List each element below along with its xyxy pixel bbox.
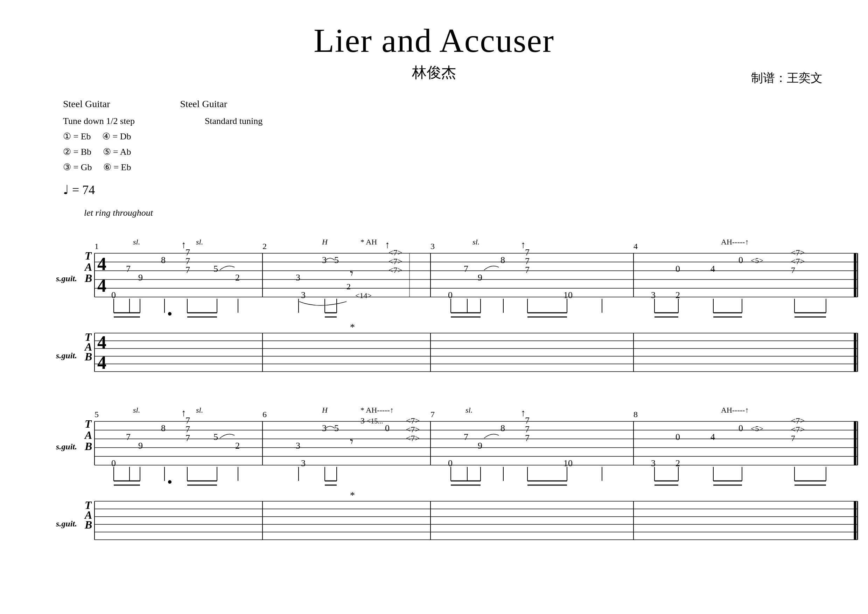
svg-text:*: * xyxy=(350,322,355,333)
svg-text:1: 1 xyxy=(95,242,99,251)
svg-text:3: 3 xyxy=(361,416,365,425)
svg-text:<14>: <14> xyxy=(355,291,372,300)
title-section: Lier and Accuser 林俊杰 xyxy=(28,21,840,82)
tuning-line2: ② = Bb ⑤ = Ab xyxy=(63,144,135,160)
tempo-value: ♩ = 74 xyxy=(63,182,95,197)
svg-text:sl.: sl. xyxy=(196,406,203,414)
tuning-line1: ① = Eb ④ = Db xyxy=(63,129,135,144)
arranger: 制谱：王奕文 xyxy=(751,70,823,86)
svg-text:𝄾: 𝄾 xyxy=(350,271,353,276)
svg-text:sl.: sl. xyxy=(465,406,473,414)
svg-text:sl.: sl. xyxy=(133,406,140,414)
svg-text:3: 3 xyxy=(301,458,305,468)
svg-text:8: 8 xyxy=(501,423,505,433)
svg-text:8: 8 xyxy=(501,255,505,265)
svg-text:0: 0 xyxy=(111,290,116,300)
svg-text:2: 2 xyxy=(676,458,680,468)
svg-text:7: 7 xyxy=(791,266,795,275)
guitar1-instrument: Steel Guitar xyxy=(63,96,110,112)
svg-text:<5>: <5> xyxy=(751,424,763,433)
svg-text:9: 9 xyxy=(478,441,482,451)
svg-text:<7>: <7> xyxy=(791,416,804,425)
svg-text:AH-----↑: AH-----↑ xyxy=(721,238,749,246)
svg-text:↑: ↑ xyxy=(385,239,390,250)
svg-text:7: 7 xyxy=(525,265,530,275)
svg-text:<7>: <7> xyxy=(791,425,804,434)
svg-text:0: 0 xyxy=(448,458,453,468)
svg-text:*: * xyxy=(350,490,355,501)
svg-text:4: 4 xyxy=(97,276,106,295)
svg-text:<7>: <7> xyxy=(406,434,420,443)
svg-text:<15...: <15... xyxy=(367,417,383,425)
svg-text:↑: ↑ xyxy=(181,239,186,250)
svg-text:9: 9 xyxy=(478,272,482,283)
svg-text:8: 8 xyxy=(161,255,166,265)
svg-text:0: 0 xyxy=(111,458,116,468)
page: Lier and Accuser 林俊杰 制谱：王奕文 Steel Guitar… xyxy=(0,0,868,614)
svg-text:0: 0 xyxy=(448,290,453,300)
svg-text:7: 7 xyxy=(186,433,190,443)
svg-text:B: B xyxy=(84,440,92,452)
svg-text:7: 7 xyxy=(464,264,468,274)
standard-tuning-label: Standard tuning xyxy=(205,113,262,129)
svg-text:7: 7 xyxy=(126,264,130,274)
svg-point-170 xyxy=(168,480,172,484)
svg-text:2: 2 xyxy=(676,290,680,300)
svg-text:B: B xyxy=(84,272,92,284)
svg-text:s.guit.: s.guit. xyxy=(56,274,77,283)
system1-svg: s.guit. T A B 4 4 xyxy=(56,222,861,369)
svg-text:<5>: <5> xyxy=(751,256,763,265)
svg-text:𝄾: 𝄾 xyxy=(350,439,353,444)
svg-text:7: 7 xyxy=(791,434,795,443)
svg-text:7: 7 xyxy=(186,265,190,275)
svg-text:4: 4 xyxy=(97,353,106,373)
svg-text:7: 7 xyxy=(525,433,530,443)
svg-text:A: A xyxy=(84,429,92,441)
arranger-label: 制谱： xyxy=(751,72,787,84)
svg-text:H: H xyxy=(322,238,328,246)
svg-text:2: 2 xyxy=(262,242,267,251)
svg-text:↑: ↑ xyxy=(521,407,526,418)
svg-text:10: 10 xyxy=(564,458,573,468)
svg-text:3: 3 xyxy=(296,441,300,451)
svg-text:2: 2 xyxy=(347,282,351,291)
guitar1-tuning: Tune down 1/2 step ① = Eb ④ = Db ② = Bb … xyxy=(63,113,135,176)
svg-text:3: 3 xyxy=(651,290,656,300)
svg-text:6: 6 xyxy=(262,410,267,419)
svg-text:<7>: <7> xyxy=(791,248,804,257)
guitar2-tuning: Standard tuning xyxy=(205,113,262,176)
svg-text:0: 0 xyxy=(676,432,680,442)
svg-text:5: 5 xyxy=(334,423,339,433)
svg-text:8: 8 xyxy=(161,423,166,433)
svg-text:B: B xyxy=(84,350,92,363)
svg-text:9: 9 xyxy=(138,272,143,283)
svg-text:3: 3 xyxy=(431,242,435,251)
svg-text:T: T xyxy=(85,249,92,262)
svg-text:5: 5 xyxy=(214,264,218,274)
arranger-name: 王奕文 xyxy=(787,72,823,84)
notation-system-1: let ring throughout s.guit. T A B 4 4 xyxy=(28,208,840,369)
svg-text:3: 3 xyxy=(651,458,656,468)
svg-text:s.guit.: s.guit. xyxy=(56,351,77,360)
svg-text:3: 3 xyxy=(296,272,300,283)
svg-text:4: 4 xyxy=(97,254,106,274)
svg-text:<7>: <7> xyxy=(406,425,420,434)
svg-text:3: 3 xyxy=(301,290,305,300)
svg-text:4: 4 xyxy=(634,242,638,251)
svg-text:AH-----↑: AH-----↑ xyxy=(721,406,749,414)
subtitle: 林俊杰 xyxy=(28,63,840,82)
svg-text:↑: ↑ xyxy=(181,407,186,418)
svg-text:7: 7 xyxy=(464,432,468,442)
svg-text:B: B xyxy=(84,518,92,531)
svg-text:4: 4 xyxy=(710,432,715,442)
svg-point-41 xyxy=(168,312,172,316)
svg-text:* AH-----↑: * AH-----↑ xyxy=(361,406,394,414)
let-ring-text: let ring throughout xyxy=(84,208,153,218)
svg-text:10: 10 xyxy=(564,290,573,300)
svg-text:<7>: <7> xyxy=(389,248,402,257)
svg-text:s.guit.: s.guit. xyxy=(56,519,77,528)
notation-system-2: s.guit. T A B 5 6 7 8 sl. xyxy=(28,390,840,537)
svg-text:<7>: <7> xyxy=(406,416,420,425)
svg-text:8: 8 xyxy=(634,410,638,419)
svg-text:2: 2 xyxy=(235,272,240,283)
